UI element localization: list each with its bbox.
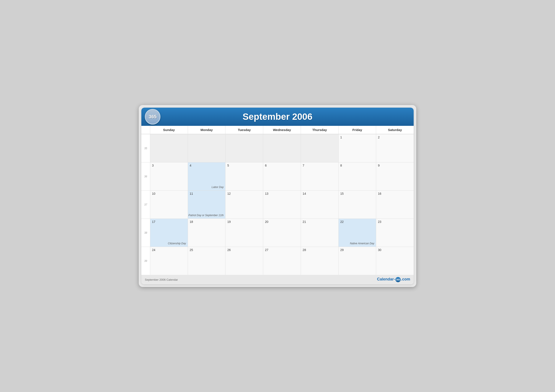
holiday-name: Citizenship Day [168,242,186,245]
month-title: September 2006 [243,112,312,122]
day-number: 1 [340,135,374,139]
day-number: 24 [152,248,186,252]
week-num-header [141,126,150,134]
footer-logo-pre: Calendar- [377,277,395,281]
calendar-grid: 35123634Labor Day56789371011Patriot Day … [141,134,414,275]
logo-circle: 365 [145,109,161,125]
week-number: 36 [141,162,150,190]
footer-logo: Calendar-365.com [377,277,410,282]
week-number: 38 [141,219,150,247]
day-number: 9 [378,164,412,167]
dow-header-saturday: Saturday [376,126,414,134]
day-cell[interactable]: 23 [376,219,414,247]
day-number: 2 [378,135,412,139]
day-cell[interactable]: 21 [301,219,338,247]
day-number: 10 [152,192,186,195]
day-number: 20 [265,220,299,223]
dow-header-thursday: Thursday [301,126,338,134]
day-cell[interactable]: 25 [188,247,226,275]
day-cell[interactable]: 27 [263,247,301,275]
week-number: 35 [141,134,150,162]
dow-header-tuesday: Tuesday [225,126,263,134]
day-number: 12 [227,192,261,195]
day-number: 18 [190,220,224,223]
day-number: 19 [227,220,261,223]
day-cell[interactable]: 26 [225,247,263,275]
day-cell[interactable]: 28 [301,247,338,275]
holiday-name: Labor Day [212,185,224,189]
day-number: 17 [152,220,186,223]
day-number: 26 [227,248,261,252]
logo-text: 365 [149,114,157,120]
dow-header-monday: Monday [188,126,226,134]
dow-header-friday: Friday [338,126,376,134]
day-cell[interactable]: 13 [263,190,301,219]
day-number: 15 [340,192,374,195]
day-number: 7 [303,164,337,167]
day-cell[interactable]: 14 [301,190,338,219]
day-cell[interactable]: 15 [338,190,376,219]
day-cell [188,134,226,162]
holiday-name: Patriot Day or September 11th [188,214,224,217]
day-cell[interactable]: 6 [263,162,301,190]
day-cell[interactable]: 29 [338,247,376,275]
day-cell [225,134,263,162]
page-wrapper: 365 September 2006 SundayMondayTuesdayWe… [139,105,416,287]
day-number: 13 [265,192,299,195]
dow-header-sunday: Sunday [150,126,188,134]
day-number: 21 [303,220,337,223]
day-cell [301,134,338,162]
day-cell[interactable]: 8 [338,162,376,190]
day-number: 5 [227,164,261,167]
day-cell[interactable]: 2 [376,134,414,162]
day-cell[interactable]: 5 [225,162,263,190]
day-cell[interactable]: 4Labor Day [188,162,226,190]
day-number: 27 [265,248,299,252]
day-cell[interactable]: 17Citizenship Day [150,219,188,247]
day-cell[interactable]: 22Native American Day [338,219,376,247]
day-number: 22 [340,220,374,223]
day-number: 23 [378,220,412,223]
day-cell[interactable]: 18 [188,219,226,247]
day-number: 11 [190,192,224,195]
week-number: 37 [141,190,150,219]
day-cell[interactable]: 9 [376,162,414,190]
footer: September 2006 Calendar Calendar-365.com [141,275,414,284]
footer-logo-post: .com [401,277,410,281]
day-number: 8 [340,164,374,167]
calendar-card: 365 September 2006 SundayMondayTuesdayWe… [141,108,414,284]
holiday-name: Native American Day [350,242,374,245]
day-cell[interactable]: 16 [376,190,414,219]
day-cell [263,134,301,162]
day-number: 16 [378,192,412,195]
day-number: 6 [265,164,299,167]
week-number: 39 [141,247,150,275]
day-cell[interactable]: 11Patriot Day or September 11th [188,190,226,219]
day-number: 3 [152,164,186,167]
day-cell[interactable]: 20 [263,219,301,247]
day-cell[interactable]: 7 [301,162,338,190]
calendar-header: 365 September 2006 [141,108,414,126]
day-cell[interactable]: 12 [225,190,263,219]
footer-left: September 2006 Calendar [145,278,178,281]
day-number: 25 [190,248,224,252]
day-cell[interactable]: 30 [376,247,414,275]
day-cell [150,134,188,162]
day-cell[interactable]: 24 [150,247,188,275]
day-number: 14 [303,192,337,195]
day-cell[interactable]: 3 [150,162,188,190]
dow-header-wednesday: Wednesday [263,126,301,134]
day-cell[interactable]: 19 [225,219,263,247]
day-cell[interactable]: 1 [338,134,376,162]
footer-logo-badge: 365 [395,277,401,282]
day-number: 30 [378,248,412,252]
dow-row: SundayMondayTuesdayWednesdayThursdayFrid… [141,126,414,134]
day-cell[interactable]: 10 [150,190,188,219]
day-number: 28 [303,248,337,252]
day-number: 4 [190,164,224,167]
day-number: 29 [340,248,374,252]
